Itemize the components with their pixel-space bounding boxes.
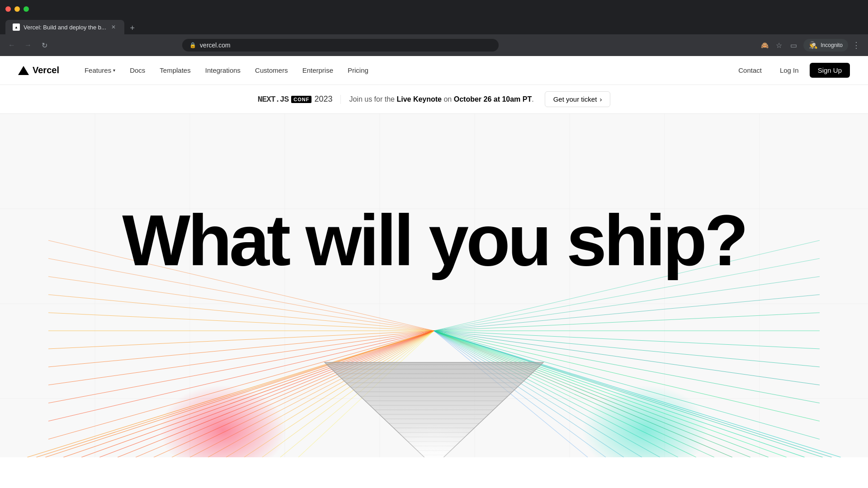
date-text: October 26 at 10am PT xyxy=(454,95,532,103)
tab-favicon: ▲ xyxy=(13,23,20,31)
nav-customers[interactable]: Customers xyxy=(248,56,295,85)
year-text: 2023 xyxy=(314,94,332,104)
browser-chrome: ▲ Vercel: Build and deploy the b... ✕ + … xyxy=(0,0,868,56)
nav-actions: Contact Log In Sign Up xyxy=(731,63,850,78)
nextjs-conf-logo: NEXT.JS CONF 2023 xyxy=(258,94,333,104)
banner-suffix: . xyxy=(532,95,533,103)
nav-pricing[interactable]: Pricing xyxy=(340,56,376,85)
signup-button[interactable]: Sign Up xyxy=(810,63,850,78)
window-close-btn[interactable] xyxy=(24,6,29,12)
nextjs-text: NEXT.JS xyxy=(258,95,289,104)
hide-images-button[interactable]: 🙈 xyxy=(758,39,771,52)
window-minimize-btn[interactable] xyxy=(5,6,11,12)
nav-links: Features ▾ Docs Templates Integrations C… xyxy=(77,56,731,85)
new-tab-button[interactable]: + xyxy=(126,22,139,34)
banner-divider xyxy=(340,95,341,104)
banner-prefix: Join us for the xyxy=(349,95,396,103)
sidebar-icon: ▭ xyxy=(790,41,797,50)
banner-description: Join us for the Live Keynote on October … xyxy=(349,95,533,103)
hero-section: /* Rendered via script below */ xyxy=(0,114,868,457)
logo-text: Vercel xyxy=(33,65,59,75)
nav-enterprise[interactable]: Enterprise xyxy=(295,56,340,85)
window-maximize-btn[interactable] xyxy=(14,6,20,12)
website-content: Vercel Features ▾ Docs Templates Integra… xyxy=(0,56,868,457)
sidebar-button[interactable]: ▭ xyxy=(787,39,800,52)
tab-title: Vercel: Build and deploy the b... xyxy=(24,24,106,31)
main-nav: Vercel Features ▾ Docs Templates Integra… xyxy=(0,56,868,85)
event-banner: NEXT.JS CONF 2023 Join us for the Live K… xyxy=(0,85,868,114)
window-controls xyxy=(5,6,29,12)
nav-templates[interactable]: Templates xyxy=(152,56,198,85)
hero-background-svg: /* Rendered via script below */ xyxy=(0,114,868,457)
menu-dots-icon: ⋮ xyxy=(852,40,860,50)
incognito-badge: 🕵️ Incognito xyxy=(803,39,848,52)
incognito-label: Incognito xyxy=(821,42,843,48)
browser-titlebar xyxy=(0,0,868,18)
toolbar-right: 🙈 ☆ ▭ 🕵️ Incognito ⋮ xyxy=(758,39,863,52)
address-bar[interactable]: 🔒 vercel.com xyxy=(182,39,499,52)
address-lock-icon: 🔒 xyxy=(189,42,196,48)
nav-integrations[interactable]: Integrations xyxy=(198,56,248,85)
login-button[interactable]: Log In xyxy=(773,63,806,78)
tab-bar: ▲ Vercel: Build and deploy the b... ✕ + xyxy=(0,18,868,34)
hero-title: What will you ship? xyxy=(0,204,868,277)
nav-features[interactable]: Features ▾ xyxy=(77,56,123,85)
arrow-right-icon: › xyxy=(599,95,602,103)
ticket-button[interactable]: Get your ticket › xyxy=(545,91,611,107)
hide-images-icon: 🙈 xyxy=(761,42,769,49)
chevron-down-icon: ▾ xyxy=(113,68,115,73)
back-button[interactable]: ← xyxy=(5,39,18,52)
keynote-text: Live Keynote xyxy=(396,95,442,103)
address-text: vercel.com xyxy=(200,42,231,49)
active-tab[interactable]: ▲ Vercel: Build and deploy the b... ✕ xyxy=(5,20,124,34)
logo-triangle-icon xyxy=(18,66,29,75)
banner-middle: on xyxy=(442,95,454,103)
nav-docs[interactable]: Docs xyxy=(123,56,152,85)
forward-button[interactable]: → xyxy=(22,39,34,52)
bookmark-icon: ☆ xyxy=(776,41,782,50)
tab-close-btn[interactable]: ✕ xyxy=(110,23,117,31)
incognito-icon: 🕵️ xyxy=(809,41,818,50)
menu-button[interactable]: ⋮ xyxy=(850,39,863,52)
logo-link[interactable]: Vercel xyxy=(18,65,59,75)
refresh-button[interactable]: ↻ xyxy=(38,39,51,52)
ticket-label: Get your ticket xyxy=(553,95,597,103)
browser-toolbar: ← → ↻ 🔒 vercel.com 🙈 ☆ ▭ 🕵️ Incognito ⋮ xyxy=(0,34,868,56)
contact-button[interactable]: Contact xyxy=(731,63,769,78)
bookmark-button[interactable]: ☆ xyxy=(773,39,785,52)
conf-badge: CONF xyxy=(291,96,311,103)
